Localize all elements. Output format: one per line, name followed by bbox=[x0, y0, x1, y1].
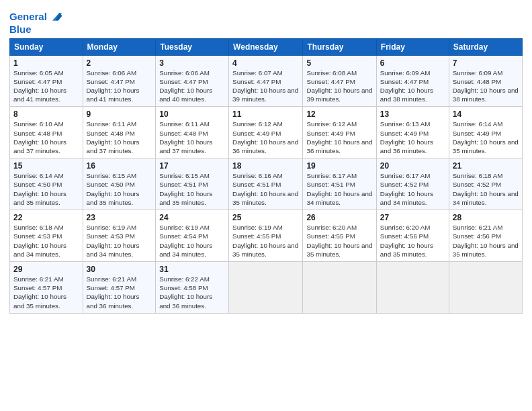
calendar-cell: 5Sunrise: 6:08 AM Sunset: 4:47 PM Daylig… bbox=[303, 55, 376, 107]
day-info: Sunrise: 6:16 AM Sunset: 4:51 PM Dayligh… bbox=[232, 171, 299, 207]
day-number: 22 bbox=[13, 213, 79, 222]
day-info: Sunrise: 6:06 AM Sunset: 4:47 PM Dayligh… bbox=[87, 68, 152, 104]
day-info: Sunrise: 6:19 AM Sunset: 4:54 PM Dayligh… bbox=[159, 223, 225, 259]
day-number: 18 bbox=[232, 161, 299, 171]
calendar-cell: 14Sunrise: 6:14 AM Sunset: 4:49 PM Dayli… bbox=[449, 107, 522, 158]
day-number: 5 bbox=[306, 58, 372, 68]
day-number: 29 bbox=[13, 265, 79, 274]
day-info: Sunrise: 6:21 AM Sunset: 4:57 PM Dayligh… bbox=[87, 275, 152, 310]
day-number: 28 bbox=[453, 213, 519, 222]
day-info: Sunrise: 6:19 AM Sunset: 4:55 PM Dayligh… bbox=[232, 223, 299, 259]
calendar-cell: 10Sunrise: 6:11 AM Sunset: 4:48 PM Dayli… bbox=[156, 107, 229, 158]
day-info: Sunrise: 6:20 AM Sunset: 4:55 PM Dayligh… bbox=[306, 223, 372, 259]
weekday-header-sunday: Sunday bbox=[10, 38, 83, 55]
calendar-cell: 31Sunrise: 6:22 AM Sunset: 4:58 PM Dayli… bbox=[156, 262, 229, 314]
day-info: Sunrise: 6:13 AM Sunset: 4:49 PM Dayligh… bbox=[380, 120, 445, 155]
calendar-cell: 22Sunrise: 6:18 AM Sunset: 4:53 PM Dayli… bbox=[10, 210, 83, 262]
calendar-cell bbox=[376, 262, 449, 314]
day-number: 26 bbox=[306, 213, 372, 222]
day-info: Sunrise: 6:17 AM Sunset: 4:52 PM Dayligh… bbox=[380, 171, 445, 207]
calendar-cell: 13Sunrise: 6:13 AM Sunset: 4:49 PM Dayli… bbox=[376, 107, 449, 158]
day-number: 8 bbox=[13, 109, 79, 119]
calendar-cell: 3Sunrise: 6:06 AM Sunset: 4:47 PM Daylig… bbox=[156, 55, 229, 107]
calendar-cell: 2Sunrise: 6:06 AM Sunset: 4:47 PM Daylig… bbox=[83, 55, 156, 107]
day-number: 2 bbox=[87, 58, 152, 68]
calendar-cell: 18Sunrise: 6:16 AM Sunset: 4:51 PM Dayli… bbox=[229, 158, 303, 210]
calendar-week-5: 29Sunrise: 6:21 AM Sunset: 4:57 PM Dayli… bbox=[10, 262, 523, 314]
day-info: Sunrise: 6:20 AM Sunset: 4:56 PM Dayligh… bbox=[380, 223, 445, 259]
day-info: Sunrise: 6:08 AM Sunset: 4:47 PM Dayligh… bbox=[306, 68, 372, 104]
calendar-week-2: 8Sunrise: 6:10 AM Sunset: 4:48 PM Daylig… bbox=[10, 107, 523, 158]
calendar-cell: 20Sunrise: 6:17 AM Sunset: 4:52 PM Dayli… bbox=[376, 158, 449, 210]
calendar-cell: 1Sunrise: 6:05 AM Sunset: 4:47 PM Daylig… bbox=[10, 55, 83, 107]
calendar-cell bbox=[229, 262, 303, 314]
calendar-cell: 28Sunrise: 6:21 AM Sunset: 4:56 PM Dayli… bbox=[449, 210, 522, 262]
day-number: 6 bbox=[380, 58, 445, 68]
day-info: Sunrise: 6:18 AM Sunset: 4:52 PM Dayligh… bbox=[453, 171, 519, 207]
day-number: 23 bbox=[87, 213, 152, 222]
day-number: 3 bbox=[159, 58, 225, 68]
calendar-cell: 17Sunrise: 6:15 AM Sunset: 4:51 PM Dayli… bbox=[156, 158, 229, 210]
logo-text: General bbox=[9, 11, 47, 23]
logo-blue-text: Blue bbox=[9, 24, 63, 36]
calendar-cell bbox=[303, 262, 376, 314]
calendar-cell: 23Sunrise: 6:19 AM Sunset: 4:53 PM Dayli… bbox=[83, 210, 156, 262]
calendar-week-3: 15Sunrise: 6:14 AM Sunset: 4:50 PM Dayli… bbox=[10, 158, 523, 210]
calendar-cell: 30Sunrise: 6:21 AM Sunset: 4:57 PM Dayli… bbox=[83, 262, 156, 314]
day-info: Sunrise: 6:12 AM Sunset: 4:49 PM Dayligh… bbox=[306, 120, 372, 155]
day-info: Sunrise: 6:18 AM Sunset: 4:53 PM Dayligh… bbox=[13, 223, 79, 259]
calendar-cell: 29Sunrise: 6:21 AM Sunset: 4:57 PM Dayli… bbox=[10, 262, 83, 314]
calendar-cell: 19Sunrise: 6:17 AM Sunset: 4:51 PM Dayli… bbox=[303, 158, 376, 210]
day-info: Sunrise: 6:07 AM Sunset: 4:47 PM Dayligh… bbox=[232, 68, 299, 104]
day-number: 14 bbox=[453, 109, 519, 119]
calendar-cell: 7Sunrise: 6:09 AM Sunset: 4:48 PM Daylig… bbox=[449, 55, 522, 107]
weekday-header-monday: Monday bbox=[83, 38, 156, 55]
day-info: Sunrise: 6:06 AM Sunset: 4:47 PM Dayligh… bbox=[159, 68, 225, 104]
weekday-header-wednesday: Wednesday bbox=[229, 38, 303, 55]
calendar-cell: 27Sunrise: 6:20 AM Sunset: 4:56 PM Dayli… bbox=[376, 210, 449, 262]
calendar-cell: 6Sunrise: 6:09 AM Sunset: 4:47 PM Daylig… bbox=[376, 55, 449, 107]
page-header: General Blue bbox=[9, 7, 523, 36]
day-info: Sunrise: 6:17 AM Sunset: 4:51 PM Dayligh… bbox=[306, 171, 372, 207]
day-number: 16 bbox=[87, 161, 152, 171]
calendar-table: SundayMondayTuesdayWednesdayThursdayFrid… bbox=[9, 38, 523, 314]
day-number: 30 bbox=[87, 265, 152, 274]
day-info: Sunrise: 6:11 AM Sunset: 4:48 PM Dayligh… bbox=[159, 120, 225, 155]
day-number: 15 bbox=[13, 161, 79, 171]
day-info: Sunrise: 6:21 AM Sunset: 4:57 PM Dayligh… bbox=[13, 275, 79, 310]
day-number: 7 bbox=[453, 58, 519, 68]
calendar-cell: 15Sunrise: 6:14 AM Sunset: 4:50 PM Dayli… bbox=[10, 158, 83, 210]
day-number: 10 bbox=[159, 109, 225, 119]
day-number: 12 bbox=[306, 109, 372, 119]
day-number: 31 bbox=[159, 265, 225, 274]
calendar-cell: 25Sunrise: 6:19 AM Sunset: 4:55 PM Dayli… bbox=[229, 210, 303, 262]
calendar-cell: 24Sunrise: 6:19 AM Sunset: 4:54 PM Dayli… bbox=[156, 210, 229, 262]
day-info: Sunrise: 6:15 AM Sunset: 4:51 PM Dayligh… bbox=[159, 171, 225, 207]
calendar-cell: 21Sunrise: 6:18 AM Sunset: 4:52 PM Dayli… bbox=[449, 158, 522, 210]
day-info: Sunrise: 6:14 AM Sunset: 4:49 PM Dayligh… bbox=[453, 120, 519, 155]
weekday-header-saturday: Saturday bbox=[449, 38, 522, 55]
day-info: Sunrise: 6:14 AM Sunset: 4:50 PM Dayligh… bbox=[13, 171, 79, 207]
logo: General Blue bbox=[9, 9, 63, 36]
day-number: 17 bbox=[159, 161, 225, 171]
day-info: Sunrise: 6:09 AM Sunset: 4:48 PM Dayligh… bbox=[453, 68, 519, 104]
logo-icon bbox=[48, 9, 63, 24]
day-number: 20 bbox=[380, 161, 445, 171]
calendar-header: SundayMondayTuesdayWednesdayThursdayFrid… bbox=[10, 38, 523, 55]
day-info: Sunrise: 6:09 AM Sunset: 4:47 PM Dayligh… bbox=[380, 68, 445, 104]
calendar-body: 1Sunrise: 6:05 AM Sunset: 4:47 PM Daylig… bbox=[10, 55, 523, 313]
day-number: 1 bbox=[13, 58, 79, 68]
day-info: Sunrise: 6:11 AM Sunset: 4:48 PM Dayligh… bbox=[87, 120, 152, 155]
day-number: 4 bbox=[232, 58, 299, 68]
calendar-cell: 16Sunrise: 6:15 AM Sunset: 4:50 PM Dayli… bbox=[83, 158, 156, 210]
day-info: Sunrise: 6:12 AM Sunset: 4:49 PM Dayligh… bbox=[232, 120, 299, 155]
calendar-cell: 4Sunrise: 6:07 AM Sunset: 4:47 PM Daylig… bbox=[229, 55, 303, 107]
day-number: 21 bbox=[453, 161, 519, 171]
day-number: 13 bbox=[380, 109, 445, 119]
calendar-week-1: 1Sunrise: 6:05 AM Sunset: 4:47 PM Daylig… bbox=[10, 55, 523, 107]
calendar-cell: 8Sunrise: 6:10 AM Sunset: 4:48 PM Daylig… bbox=[10, 107, 83, 158]
calendar-cell: 9Sunrise: 6:11 AM Sunset: 4:48 PM Daylig… bbox=[83, 107, 156, 158]
weekday-header-tuesday: Tuesday bbox=[156, 38, 229, 55]
day-info: Sunrise: 6:10 AM Sunset: 4:48 PM Dayligh… bbox=[13, 120, 79, 155]
calendar-cell bbox=[449, 262, 522, 314]
